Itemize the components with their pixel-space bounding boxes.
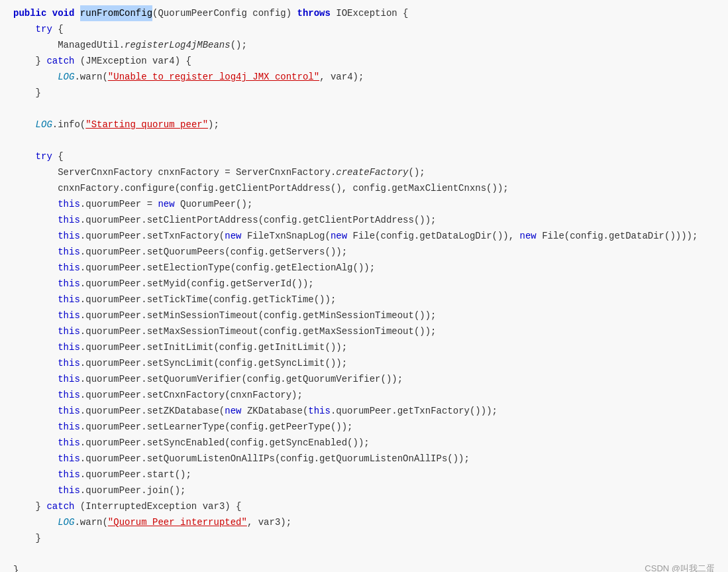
code-token: this [58,451,80,467]
code-line: } catch (JMException var4) { [0,53,728,69]
code-token: public [13,5,52,21]
code-token [13,260,58,276]
code-line: } [0,562,728,572]
code-token [13,228,58,244]
code-token: .quorumPeer.setZKDatabase( [80,403,225,419]
code-token [13,69,58,85]
code-token [13,483,58,498]
code-token: .quorumPeer.setSyncEnabled(config.getSyn… [80,435,370,451]
code-token: .quorumPeer.setMyid(config.getServerId()… [80,276,314,292]
code-token: (JMException var4) { [80,53,191,69]
code-line: cnxnFactory.configure(config.getClientPo… [0,180,728,196]
code-token: .quorumPeer.setMaxSessionTimeout(config.… [80,323,437,339]
code-line: } catch (InterruptedException var3) { [0,498,728,514]
code-token: new [225,403,247,419]
code-token [13,467,58,483]
code-token: FileTxnSnapLog( [247,228,331,244]
code-token: LOG [36,117,52,133]
code-token: runFromConfig [80,5,152,21]
code-token [13,117,36,133]
code-token: this [58,387,80,403]
code-token: void [52,5,80,21]
code-line: this.quorumPeer.setSyncEnabled(config.ge… [0,435,728,451]
code-token: new [331,228,353,244]
code-token [13,403,58,419]
code-token: new [225,228,247,244]
code-token: .quorumPeer = [80,196,158,212]
code-line: this.quorumPeer.setQuorumListenOnAllIPs(… [0,451,728,467]
code-line: LOG.warn("Quorum Peer interrupted", var3… [0,514,728,530]
code-token: catch [46,53,79,69]
code-token: cnxnFactory.configure(config.getClientPo… [13,180,509,196]
code-token [13,514,58,530]
code-token: "Starting quorum peer" [85,117,208,133]
code-token: , var4); [319,69,364,85]
code-line: this.quorumPeer.setMyid(config.getServer… [0,276,728,292]
code-token: .quorumPeer.setElectionType(config.getEl… [80,260,375,276]
code-line: this.quorumPeer = new QuorumPeer(); [0,196,728,212]
code-token: (); [231,37,247,53]
code-token: this [58,244,80,260]
code-token: this [58,196,80,212]
code-token: LOG [58,69,74,85]
code-token: throws [297,5,336,21]
code-token: } [13,85,41,101]
code-token: this [58,323,80,339]
code-token: "Unable to register log4j JMX control" [108,69,319,85]
code-token [13,355,58,371]
code-line: this.quorumPeer.setLearnerType(config.ge… [0,419,728,435]
code-token: this [58,371,80,387]
code-token: this [58,483,80,498]
code-token: .quorumPeer.setQuorumListenOnAllIPs(conf… [80,451,470,467]
code-token [13,371,58,387]
code-token: this [58,403,80,419]
code-line: this.quorumPeer.setSyncLimit(config.getS… [0,355,728,371]
code-token: ManagedUtil. [13,37,125,53]
code-line: this.quorumPeer.join(); [0,483,728,498]
code-token: new [158,196,180,212]
code-token: } [13,562,19,572]
code-token: (InterruptedException var3) { [80,498,242,514]
code-token: .quorumPeer.setTxnFactory( [80,228,225,244]
code-token: ServerCnxnFactory cnxnFactory = ServerCn… [13,164,336,180]
code-token: this [58,308,80,323]
code-token: .quorumPeer.setQuorumPeers(config.getSer… [80,244,347,260]
code-token: } [13,53,46,69]
code-token: LOG [58,514,74,530]
code-line: this.quorumPeer.setElectionType(config.g… [0,260,728,276]
code-token: .warn( [74,69,107,85]
code-token [13,387,58,403]
code-token: registerLog4jMBeans [125,37,231,53]
code-token: .quorumPeer.setQuorumVerifier(config.get… [80,371,403,387]
code-token: .quorumPeer.setInitLimit(config.getInitL… [80,339,347,355]
code-line: this.quorumPeer.setTxnFactory(new FileTx… [0,228,728,244]
code-token [13,212,58,228]
code-token: catch [46,498,79,514]
code-token: this [58,339,80,355]
code-token: (); [409,164,425,180]
code-line: this.quorumPeer.start(); [0,467,728,483]
code-token: try [13,21,58,37]
code-token [13,244,58,260]
code-line: } [0,85,728,101]
code-token: QuorumPeer(); [180,196,252,212]
code-token: try [13,148,58,164]
code-token: .quorumPeer.setLearnerType(config.getPee… [80,419,353,435]
code-line [0,133,728,148]
code-token [13,292,58,308]
code-token: { [58,148,63,164]
code-token: this [58,435,80,451]
code-token: this [58,419,80,435]
code-token: .quorumPeer.setTickTime(config.getTickTi… [80,292,336,308]
code-token: , var3); [247,514,291,530]
code-token: } [13,498,46,514]
code-token: .quorumPeer.setSyncLimit(config.getSyncL… [80,355,347,371]
code-token: this [58,212,80,228]
code-token: this [308,403,331,419]
code-token: new [520,228,543,244]
code-token: File(config.getDataDir()))); [542,228,698,244]
code-line: ManagedUtil.registerLog4jMBeans(); [0,37,728,53]
code-token [13,435,58,451]
code-token: this [58,292,80,308]
code-line: this.quorumPeer.setQuorumPeers(config.ge… [0,244,728,260]
